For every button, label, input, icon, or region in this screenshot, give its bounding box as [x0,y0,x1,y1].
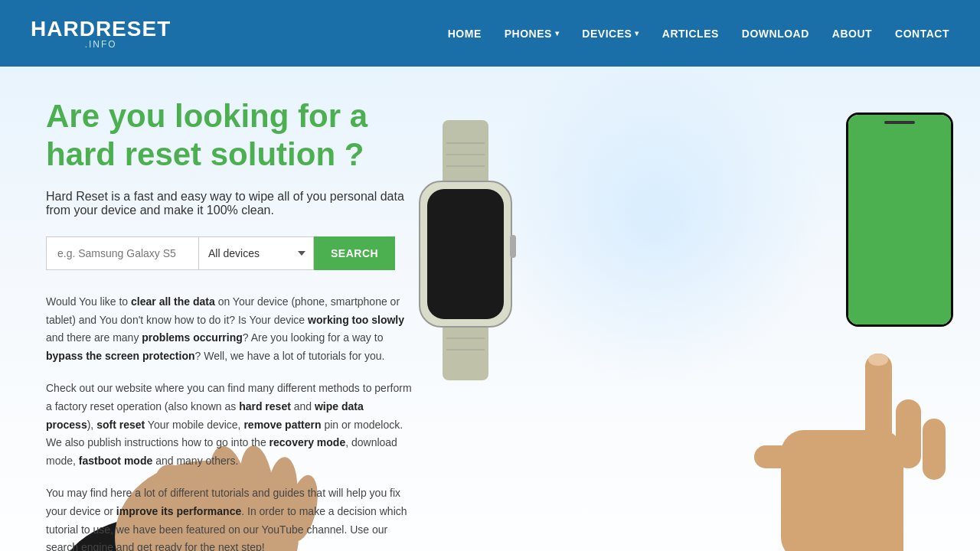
svg-rect-21 [896,399,921,468]
phone-screen [848,115,951,324]
hero-content: Are you looking for a hard reset solutio… [0,67,459,551]
body-text-2: Check out our website where you can find… [46,380,413,471]
main-nav: HOME PHONES ▾ DEVICES ▾ ARTICLES DOWNLOA… [448,28,949,40]
svg-rect-19 [781,430,903,551]
phone-body [846,112,953,327]
nav-home[interactable]: HOME [448,28,482,40]
nav-contact[interactable]: CONTACT [895,28,949,40]
header: HARDRESET .INFO HOME PHONES ▾ DEVICES ▾ … [0,0,980,67]
svg-rect-22 [923,419,946,480]
svg-rect-4 [510,235,516,258]
hero-subtext: Hard Reset is a fast and easy way to wip… [46,190,413,217]
nav-phones[interactable]: PHONES ▾ [505,28,560,40]
svg-point-24 [868,354,888,366]
body-text-3: You may find here a lot of different tut… [46,484,413,551]
svg-rect-23 [754,445,792,468]
nav-articles[interactable]: ARTICLES [662,28,719,40]
phone-illustration [819,112,980,327]
body-text-1: Would You like to clear all the data on … [46,293,413,366]
logo[interactable]: HARDRESET .INFO [31,18,171,49]
logo-text: HARDRESET [31,17,171,41]
search-button[interactable]: SEARCH [314,236,395,270]
svg-rect-18 [796,522,903,551]
device-type-dropdown[interactable]: All devices Phones Tablets Watches [199,236,314,270]
hero-section: Are you looking for a hard reset solutio… [0,67,980,551]
nav-download[interactable]: DOWNLOAD [742,28,809,40]
nav-about[interactable]: ABOUT [832,28,872,40]
hero-headline: Are you looking for a hard reset solutio… [46,97,413,174]
phones-dropdown-arrow: ▾ [555,29,560,37]
devices-dropdown-arrow: ▾ [635,29,639,37]
phone-speaker [884,121,915,124]
logo-info: .INFO [31,40,171,49]
nav-devices[interactable]: DEVICES ▾ [582,28,639,40]
search-input[interactable] [46,236,199,270]
svg-rect-20 [865,354,892,445]
search-bar: All devices Phones Tablets Watches SEARC… [46,236,413,270]
